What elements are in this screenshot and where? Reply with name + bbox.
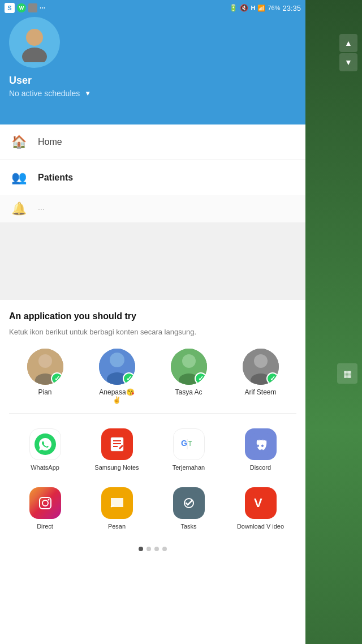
patients-label: Patients bbox=[38, 173, 73, 183]
user-status: No active schedules ▼ bbox=[9, 89, 296, 98]
svg-point-0 bbox=[26, 29, 43, 46]
status-right-icons: 🔋 🔇 H 📶 76% 23:35 bbox=[229, 4, 301, 12]
contact-arif[interactable]: ✓ Arif Steem bbox=[232, 349, 289, 404]
sheet-subtitle: Ketuk ikon berikut untuk berbagi konten … bbox=[9, 327, 296, 337]
patients-icon: 👥 bbox=[11, 170, 27, 185]
mute-icon: 🔇 bbox=[240, 4, 248, 12]
home-label: Home bbox=[38, 137, 62, 147]
contact-tasya[interactable]: ✓ Tasya Ac bbox=[161, 349, 217, 404]
whatsapp-badge-tasya: ✓ bbox=[195, 372, 207, 385]
page-dots bbox=[9, 541, 296, 555]
h-icon: H bbox=[251, 5, 255, 11]
page-dot-3[interactable] bbox=[162, 547, 167, 551]
right-panel: ▲ ▼ ▦ bbox=[305, 0, 362, 644]
app-row-1: WhatsApp Samsung Notes bbox=[9, 423, 296, 477]
nav-home[interactable]: 🏠 Home bbox=[0, 124, 305, 160]
calendar-icon-button[interactable]: ▦ bbox=[337, 363, 357, 384]
contact-name-arif: Arif Steem bbox=[244, 388, 276, 396]
status-bar: S W ··· 🔋 🔇 H 📶 76% 23:35 bbox=[0, 0, 305, 16]
app-whatsapp[interactable]: WhatsApp bbox=[9, 423, 81, 477]
contact-avatar-arif: ✓ bbox=[243, 349, 279, 385]
status-dropdown-arrow[interactable]: ▼ bbox=[84, 89, 91, 97]
page-dot-2[interactable] bbox=[154, 547, 159, 551]
svg-point-1 bbox=[22, 48, 47, 62]
scroll-down-button[interactable]: ▼ bbox=[339, 53, 357, 71]
samsung-notes-label: Samsung Notes bbox=[94, 463, 139, 471]
svg-point-3 bbox=[38, 354, 52, 368]
download-video-icon: V bbox=[245, 487, 277, 519]
avatar[interactable] bbox=[9, 17, 60, 68]
whatsapp-badge-arif: ✓ bbox=[266, 372, 279, 385]
svg-text:T: T bbox=[188, 441, 192, 447]
user-name: User bbox=[9, 75, 296, 87]
svg-point-6 bbox=[110, 353, 124, 367]
home-icon: 🏠 bbox=[11, 135, 27, 149]
contact-pian[interactable]: ✓ Pian bbox=[17, 349, 74, 404]
partial-label: ··· bbox=[38, 204, 45, 213]
svg-point-27 bbox=[42, 500, 48, 506]
contact-name-pian: Pian bbox=[38, 388, 51, 396]
contact-name-tasya: Tasya Ac bbox=[175, 388, 202, 396]
header-profile: User No active schedules ▼ bbox=[0, 0, 305, 124]
svg-point-28 bbox=[48, 499, 49, 501]
page-dot-1[interactable] bbox=[146, 547, 151, 551]
discord-label: Discord bbox=[250, 463, 271, 471]
app-status-icon bbox=[28, 3, 37, 12]
svg-point-12 bbox=[254, 354, 268, 368]
pesan-icon bbox=[101, 487, 133, 519]
bottom-sheet: An application you should try Ketuk ikon… bbox=[0, 300, 305, 644]
whatsapp-badge-anepasa: ✓ bbox=[123, 372, 135, 385]
contact-avatar-pian: ✓ bbox=[27, 349, 63, 385]
background-image bbox=[305, 0, 362, 644]
app-row-2: Direct Pesan bbox=[9, 482, 296, 536]
contact-name-anepasa: Anepasa😘✌ bbox=[99, 388, 134, 404]
svg-text:G: G bbox=[181, 439, 187, 448]
app-samsung-notes[interactable]: Samsung Notes bbox=[81, 423, 153, 477]
download-video-label: Download V ideo bbox=[237, 522, 284, 530]
scroll-up-button[interactable]: ▲ bbox=[339, 34, 357, 52]
app-discord[interactable]: Discord bbox=[225, 423, 296, 477]
svg-text:V: V bbox=[254, 496, 262, 510]
tasks-label: Tasks bbox=[180, 522, 196, 530]
contact-avatar-anepasa: ✓ bbox=[99, 349, 135, 385]
page-dot-0[interactable] bbox=[139, 547, 143, 551]
contact-row: ✓ Pian ✓ Anepasa😘✌ bbox=[9, 349, 296, 414]
app-area: S W ··· 🔋 🔇 H 📶 76% 23:35 User No active… bbox=[0, 0, 305, 644]
more-icons: ··· bbox=[40, 4, 45, 12]
tasks-icon bbox=[173, 487, 205, 519]
battery-icon: 🔋 bbox=[229, 4, 238, 12]
contact-avatar-tasya: ✓ bbox=[171, 349, 207, 385]
app-download-video[interactable]: V Download V ideo bbox=[225, 482, 296, 536]
nav-patients[interactable]: 👥 Patients bbox=[0, 160, 305, 195]
whatsapp-status-icon: W bbox=[17, 3, 26, 12]
contact-anepasa[interactable]: ✓ Anepasa😘✌ bbox=[89, 349, 145, 404]
partial-icon: 🔔 bbox=[11, 201, 27, 216]
sheet-title: An application you should try bbox=[9, 311, 296, 321]
instagram-icon bbox=[29, 487, 61, 519]
translate-icon: G T bbox=[173, 428, 205, 460]
s-icon: S bbox=[5, 3, 15, 13]
app-tasks[interactable]: Tasks bbox=[153, 482, 225, 536]
nav-partial: 🔔 ··· bbox=[0, 195, 305, 222]
svg-rect-25 bbox=[35, 492, 56, 514]
battery-percent: 76% bbox=[268, 5, 280, 11]
translate-label: Terjemahan bbox=[173, 463, 205, 471]
signal-icon: 📶 bbox=[257, 5, 265, 12]
status-left-icons: S W ··· bbox=[5, 3, 45, 13]
whatsapp-label: WhatsApp bbox=[31, 463, 59, 471]
app-translate[interactable]: G T Terjemahan bbox=[153, 423, 225, 477]
whatsapp-icon bbox=[29, 428, 61, 460]
discord-icon bbox=[245, 428, 277, 460]
svg-point-9 bbox=[182, 354, 196, 368]
samsung-notes-icon bbox=[101, 428, 133, 460]
app-pesan[interactable]: Pesan bbox=[81, 482, 153, 536]
scroll-buttons: ▲ ▼ bbox=[339, 34, 357, 71]
app-direct[interactable]: Direct bbox=[9, 482, 81, 536]
whatsapp-badge-pian: ✓ bbox=[51, 372, 63, 385]
clock: 23:35 bbox=[282, 4, 301, 12]
pesan-label: Pesan bbox=[108, 522, 126, 530]
direct-label: Direct bbox=[37, 522, 53, 530]
